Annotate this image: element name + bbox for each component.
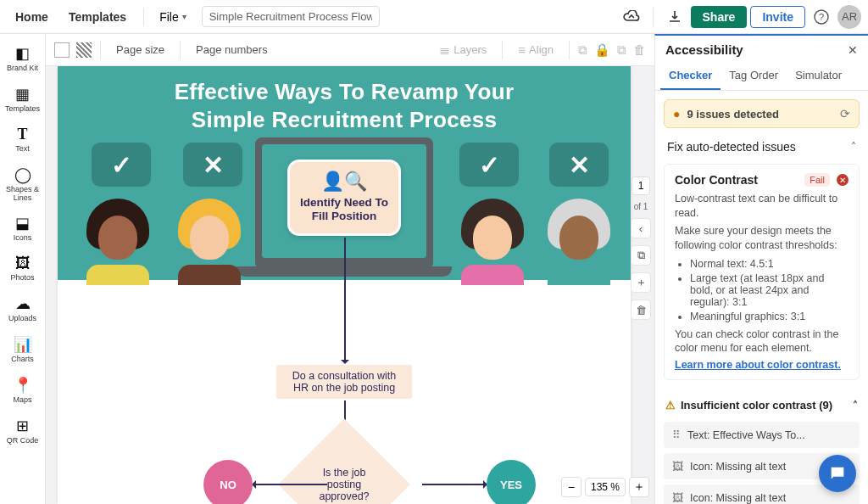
- left-toolbar: ◧Brand Kit ▦Templates TText ◯Shapes & Li…: [0, 34, 46, 504]
- fix-header[interactable]: Fix auto-detected issues ˄: [655, 137, 868, 160]
- layers-menu[interactable]: ≣Layers: [432, 39, 493, 61]
- learn-more-link[interactable]: Learn more about color contrast.: [675, 359, 849, 371]
- refresh-icon[interactable]: ⟳: [840, 107, 850, 120]
- flow-area: Do a consultation withHR on the job post…: [58, 280, 631, 504]
- avatar-illustration: [171, 199, 248, 280]
- pagesize-menu[interactable]: Page size: [109, 40, 171, 59]
- document-title-input[interactable]: [202, 6, 380, 27]
- tool-brandkit[interactable]: ◧Brand Kit: [0, 39, 45, 78]
- canvas-page[interactable]: Effective Ways To Revamp Your Simple Rec…: [58, 66, 631, 504]
- tool-text[interactable]: TText: [0, 120, 45, 159]
- text-icon: T: [17, 126, 27, 143]
- zoom-in-button[interactable]: ＋: [629, 477, 649, 497]
- align-icon: ≡: [518, 42, 526, 57]
- pagenumbers-menu[interactable]: Page numbers: [189, 40, 275, 59]
- icons-icon: ⬓: [15, 214, 30, 232]
- avatar[interactable]: AR: [837, 5, 861, 29]
- tool-qrcode[interactable]: ⊞QR Code: [0, 412, 45, 451]
- contrast-title: Color Contrast: [675, 173, 798, 187]
- align-menu[interactable]: ≡Align: [511, 39, 560, 60]
- chat-fab[interactable]: [819, 455, 856, 492]
- divider: [653, 8, 654, 26]
- canvas-area: Effective Ways To Revamp Your Simple Rec…: [46, 66, 654, 504]
- zoom-out-button[interactable]: −: [561, 477, 581, 497]
- speech-bubble-cross: ✕: [549, 143, 609, 187]
- issues-count: 9 issues detected: [687, 108, 778, 120]
- avatar-illustration: [454, 199, 531, 280]
- copy-icon[interactable]: ⧉: [617, 42, 626, 58]
- maps-icon: 📍: [14, 376, 32, 395]
- share-button[interactable]: Share: [691, 6, 748, 28]
- flow-diamond-approved: Is the jobpostingapproved?: [298, 438, 391, 504]
- speech-bubble-cross: ✕: [183, 143, 242, 187]
- templates-icon: ▦: [15, 85, 30, 104]
- invite-button[interactable]: Invite: [750, 6, 805, 28]
- panel-title: Accessibility: [665, 42, 743, 57]
- chevron-up-icon: ˄: [851, 141, 856, 153]
- tool-uploads[interactable]: ☁Uploads: [0, 289, 45, 328]
- qrcode-icon: ⊞: [16, 417, 29, 435]
- duplicate-page-icon[interactable]: ⧉: [631, 245, 651, 266]
- collapse-icon[interactable]: ‹: [631, 218, 651, 238]
- color-swatch[interactable]: [54, 42, 70, 58]
- file-menu[interactable]: File ▾: [153, 5, 193, 29]
- templates-link[interactable]: Templates: [60, 5, 135, 29]
- home-link[interactable]: Home: [7, 5, 57, 29]
- speech-bubble-check: ✓: [459, 143, 519, 187]
- tool-photos[interactable]: 🖼Photos: [0, 249, 45, 288]
- secondary-toolbar: Page size Page numbers ≣Layers ≡Align ⧉ …: [46, 34, 654, 66]
- lock-icon[interactable]: 🔒: [594, 42, 610, 58]
- tool-charts[interactable]: 📊Charts: [0, 330, 45, 369]
- tool-templates[interactable]: ▦Templates: [0, 80, 45, 119]
- pattern-swatch[interactable]: [76, 42, 92, 58]
- chevron-up-icon: ˄: [853, 400, 858, 412]
- help-icon[interactable]: ?: [809, 4, 834, 30]
- tool-icons[interactable]: ⬓Icons: [0, 209, 45, 248]
- tool-maps[interactable]: 📍Maps: [0, 371, 45, 410]
- tool-shapes[interactable]: ◯Shapes & Lines: [0, 160, 45, 208]
- svg-text:?: ?: [819, 12, 824, 22]
- image-icon: 🖼: [672, 460, 683, 473]
- panel-tabs: Checker Tag Order Simulator: [655, 62, 868, 91]
- issues-banner: ● 9 issues detected ⟳: [664, 99, 860, 128]
- uploads-icon: ☁: [15, 294, 31, 313]
- page-of: of 1: [634, 202, 648, 211]
- flow-box-consultation: Do a consultation withHR on the job post…: [276, 365, 412, 399]
- brandkit-icon: ◧: [15, 44, 30, 63]
- delete-page-icon[interactable]: 🗑: [631, 300, 651, 320]
- warning-icon: ⚠: [665, 399, 676, 412]
- avatar-illustration: [541, 199, 617, 280]
- zoom-value[interactable]: 135 %: [585, 478, 626, 496]
- tab-checker[interactable]: Checker: [660, 62, 721, 90]
- check-icon: ✓: [479, 150, 500, 180]
- check-icon: ✓: [111, 150, 132, 180]
- issue-item[interactable]: ⠿Text: Effective Ways To...: [664, 422, 860, 448]
- divider: [143, 8, 144, 26]
- cloud-sync-icon[interactable]: [619, 4, 644, 30]
- tab-simulator[interactable]: Simulator: [787, 62, 850, 90]
- add-page-icon[interactable]: ＋: [631, 272, 651, 293]
- chevron-down-icon: ▾: [182, 12, 186, 21]
- flow-card-identify: 👤🔍 Identify Need ToFill Position: [287, 160, 401, 236]
- page-index[interactable]: 1: [632, 176, 650, 195]
- delete-icon[interactable]: 🗑: [633, 42, 646, 57]
- group-icon[interactable]: ⧉: [578, 42, 587, 58]
- zoom-controls: − 135 % ＋: [561, 477, 649, 497]
- layers-icon: ≣: [439, 42, 450, 58]
- page-title: Effective Ways To Revamp Your Simple Rec…: [58, 66, 631, 133]
- warning-icon: ●: [673, 107, 680, 120]
- flow-circle-yes: YES: [487, 460, 536, 504]
- tab-tagorder[interactable]: Tag Order: [721, 62, 787, 90]
- speech-bubble-check: ✓: [92, 143, 151, 187]
- group-header[interactable]: ⚠ Insufficient color contrast (9) ˄: [664, 394, 860, 417]
- download-icon[interactable]: [662, 4, 687, 30]
- shapes-icon: ◯: [14, 165, 31, 184]
- flow-arrow: [422, 484, 487, 485]
- image-icon: 🖼: [672, 491, 683, 504]
- person-search-icon: 👤🔍: [297, 171, 392, 193]
- file-label: File: [159, 10, 179, 24]
- close-icon[interactable]: ✕: [848, 43, 858, 57]
- text-icon: ⠿: [672, 428, 681, 441]
- topbar: Home Templates File ▾ Share Invite ? AR: [0, 0, 868, 34]
- fail-badge: Fail: [804, 173, 830, 187]
